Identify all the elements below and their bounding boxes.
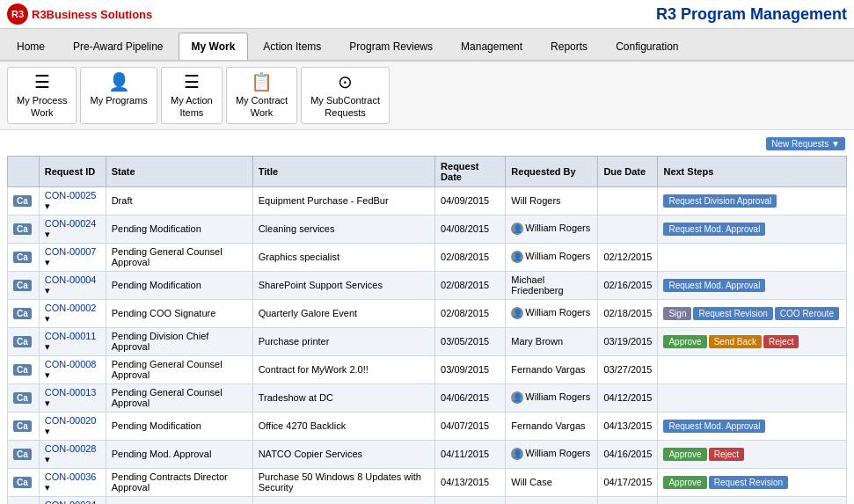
action-btn-approve[interactable]: Approve — [663, 448, 706, 461]
ca-badge: Ca — [13, 420, 32, 432]
title-cell: Cleaning services — [252, 215, 434, 243]
request-id-link[interactable]: CON-00013 — [45, 387, 97, 398]
request-id-link[interactable]: CON-00020 — [45, 415, 97, 426]
due-date-cell: 04/12/2015 — [598, 383, 658, 412]
ca-badge: Ca — [13, 364, 32, 376]
id-dropdown-icon[interactable]: ▾ — [45, 257, 50, 267]
due-date-cell: 04/16/2015 — [598, 440, 658, 468]
main-nav: HomePre-Award PipelineMy WorkAction Item… — [0, 29, 854, 62]
nav-item-pre-award-pipeline[interactable]: Pre-Award Pipeline — [60, 33, 177, 60]
due-date-cell: 02/16/2015 — [598, 271, 658, 299]
due-date-cell: 04/17/2015 — [598, 468, 658, 496]
request-id-link[interactable]: CON-00034 — [45, 500, 97, 504]
action-btn-reject[interactable]: Reject — [763, 335, 799, 348]
id-dropdown-icon[interactable]: ▾ — [45, 229, 50, 239]
new-requests-bar: New Requests ▼ — [7, 137, 847, 150]
col-title: Title — [252, 156, 434, 186]
action-btn-request-revision[interactable]: Request Revision — [693, 307, 772, 320]
ca-badge-cell: Ca — [8, 271, 40, 299]
state-cell: Pending General Counsel Approval — [106, 243, 252, 271]
state-cell: Pending Mod. Approval — [106, 440, 252, 468]
due-date-cell: 03/27/2015 — [598, 355, 658, 383]
id-dropdown-icon[interactable]: ▾ — [45, 426, 50, 436]
action-btn-request-mod.-approval[interactable]: Request Mod. Approval — [663, 279, 765, 292]
next-steps-cell: Request Division Approval — [658, 186, 847, 215]
toolbar-btn-3[interactable]: 📋My ContractWork — [226, 67, 297, 124]
request-id-link[interactable]: CON-00011 — [45, 331, 97, 341]
nav-item-reports[interactable]: Reports — [537, 33, 601, 60]
id-dropdown-icon[interactable]: ▾ — [45, 398, 50, 408]
toolbar-btn-4[interactable]: ⊙My SubContractRequests — [301, 67, 390, 124]
request-id-cell: CON-00024 ▾ — [39, 215, 106, 243]
next-steps-cell — [658, 383, 847, 412]
toolbar-icon-4: ⊙ — [338, 71, 353, 92]
title-cell: Equipment Purchase - FedBur — [252, 186, 434, 215]
action-btn-request-division-approval[interactable]: Request Division Approval — [663, 194, 777, 208]
requests-table: Request IDStateTitleRequest DateRequeste… — [7, 156, 847, 504]
id-dropdown-icon[interactable]: ▾ — [45, 201, 50, 211]
nav-item-my-work[interactable]: My Work — [179, 33, 249, 60]
request-date-cell: 03/05/2015 — [435, 327, 506, 355]
request-id-link[interactable]: CON-00028 — [45, 443, 97, 454]
table-row: CaCON-00024 ▾Pending ModificationCleanin… — [8, 215, 847, 243]
due-date-cell: 03/19/2015 — [598, 327, 658, 355]
due-date-cell: 02/12/2015 — [598, 243, 658, 271]
id-dropdown-icon[interactable]: ▾ — [45, 341, 50, 352]
request-id-link[interactable]: CON-00008 — [45, 359, 97, 369]
nav-item-management[interactable]: Management — [448, 33, 536, 60]
nav-item-home[interactable]: Home — [4, 33, 58, 60]
action-btn-send-back[interactable]: Send Back — [709, 335, 762, 348]
state-cell: Draft — [106, 186, 252, 215]
ca-badge: Ca — [13, 449, 32, 460]
title-cell: Quarterly Galore Event — [252, 299, 434, 327]
action-btn-sign[interactable]: Sign — [663, 307, 691, 320]
requested-by-cell: 👤William Rogers — [506, 243, 598, 271]
request-id-cell: CON-00011 ▾ — [39, 327, 106, 355]
id-dropdown-icon[interactable]: ▾ — [45, 454, 50, 464]
ca-badge-cell: Ca — [8, 215, 40, 243]
state-cell: Pending COO Signature — [106, 299, 252, 327]
request-id-link[interactable]: CON-00002 — [45, 303, 97, 313]
toolbar-btn-0[interactable]: ☰My ProcessWork — [7, 67, 77, 124]
request-id-link[interactable]: CON-00025 — [45, 190, 97, 201]
table-head: Request IDStateTitleRequest DateRequeste… — [8, 156, 847, 186]
logo-icon: R3 — [7, 4, 28, 25]
nav-item-program-reviews[interactable]: Program Reviews — [336, 33, 446, 60]
state-cell: Pending General Counsel Approval — [106, 383, 252, 412]
request-id-link[interactable]: CON-00007 — [45, 246, 97, 257]
next-steps-cell: Request Mod. Approval — [658, 215, 847, 243]
request-id-link[interactable]: CON-00024 — [45, 218, 97, 229]
action-btn-approve[interactable]: Approve — [663, 335, 706, 348]
request-id-link[interactable]: CON-00004 — [45, 274, 97, 285]
action-btn-approve[interactable]: Approve — [663, 476, 706, 489]
action-btn-reject[interactable]: Reject — [709, 448, 744, 461]
logo: R3 R3Business Solutions — [7, 4, 152, 25]
action-btn-request-revision[interactable]: Request Revision — [709, 476, 788, 489]
action-btn-request-mod.-approval[interactable]: Request Mod. Approval — [663, 420, 765, 433]
new-requests-button[interactable]: New Requests ▼ — [766, 137, 845, 150]
request-date-cell: 04/09/2015 — [435, 186, 506, 215]
id-dropdown-icon[interactable]: ▾ — [45, 369, 50, 380]
request-date-cell: 03/09/2015 — [435, 355, 506, 383]
nav-item-configuration[interactable]: Configuration — [602, 33, 691, 60]
state-cell: Draft — [106, 496, 252, 504]
id-dropdown-icon[interactable]: ▾ — [45, 482, 50, 493]
nav-item-action-items[interactable]: Action Items — [250, 33, 334, 60]
request-id-cell: CON-00007 ▾ — [39, 243, 106, 271]
toolbar-btn-1[interactable]: 👤My Programs — [80, 67, 157, 124]
action-btn-coo-reroute[interactable]: COO Reroute — [775, 307, 839, 320]
toolbar-btn-2[interactable]: ☰My ActionItems — [161, 67, 223, 124]
table-row: CaCON-00034 ▾DraftIT SharePoint Services… — [8, 496, 847, 504]
requested-by-cell: 👤William Rogers — [506, 383, 598, 412]
ca-badge: Ca — [13, 280, 32, 291]
title-cell: Tradeshow at DC — [252, 383, 434, 412]
col-requested-by: Requested By — [506, 156, 598, 186]
id-dropdown-icon[interactable]: ▾ — [45, 285, 50, 296]
id-dropdown-icon[interactable]: ▾ — [45, 313, 50, 324]
request-id-link[interactable]: CON-00036 — [45, 471, 97, 482]
toolbar-label-2: My ActionItems — [171, 94, 213, 120]
due-date-cell — [598, 215, 658, 243]
request-date-cell: 04/13/2015 — [435, 468, 506, 496]
action-btn-request-mod.-approval[interactable]: Request Mod. Approval — [663, 223, 765, 236]
toolbar-label-4: My SubContractRequests — [310, 94, 380, 120]
